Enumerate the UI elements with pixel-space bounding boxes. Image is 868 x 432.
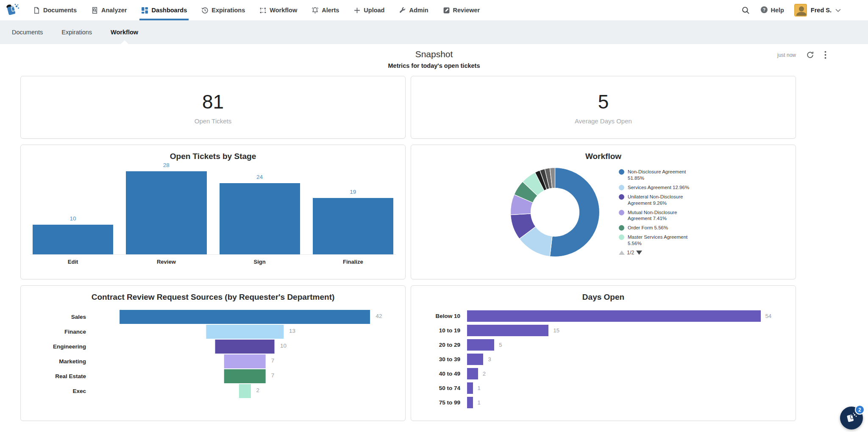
avg-days-open-label: Average Days Open [575, 117, 632, 125]
nav-item-admin[interactable]: Admin [399, 0, 428, 20]
days-open-row-plot: 1 [467, 382, 786, 394]
days-open-value-label: 54 [765, 313, 771, 319]
stage-bar[interactable] [220, 183, 300, 254]
funnel-value-label: 42 [376, 313, 382, 319]
category-label: Review [126, 259, 206, 265]
funnel-category-label: Finance [30, 329, 94, 335]
help-icon: ? [760, 6, 768, 15]
nav-label: Admin [409, 7, 428, 14]
last-refreshed: just now [777, 52, 796, 58]
days-open-row-plot: 5 [467, 339, 786, 351]
funnel-category-label: Sales [30, 314, 94, 320]
dashboard-header: Snapshot Metrics for today's open ticket… [0, 44, 868, 69]
days-open-value-label: 5 [499, 342, 502, 348]
funnel-row: Real Estate7 [30, 369, 396, 384]
legend-dot [619, 169, 624, 175]
funnel-bar[interactable] [120, 310, 370, 324]
days-open-bar[interactable] [467, 339, 494, 351]
nav-item-workflow[interactable]: Workflow [259, 0, 297, 20]
nav-right-cluster: ? Help Fred S. [741, 4, 841, 17]
legend-item[interactable]: Master Services Agreement 5.56% [619, 234, 699, 247]
days-open-category-label: 20 to 29 [420, 342, 467, 348]
days-open-category-label: 10 to 19 [420, 327, 467, 334]
avatar [794, 4, 807, 17]
category-label: Finalize [313, 259, 393, 265]
stage-bar[interactable] [33, 225, 113, 254]
nav-item-upload[interactable]: Upload [353, 0, 384, 20]
days-open-bar[interactable] [467, 325, 548, 336]
app-logo-icon[interactable] [4, 2, 21, 19]
legend-label: Order Form 5.56% [628, 225, 668, 231]
funnel-value-label: 13 [289, 328, 295, 334]
bar-column: 19 [313, 189, 393, 254]
bar-column: 24 [220, 174, 300, 254]
funnel-bar[interactable] [239, 384, 250, 398]
tab-workflow[interactable]: Workflow [111, 20, 138, 44]
funnel-bar[interactable] [224, 354, 266, 368]
legend-prev-icon[interactable] [619, 251, 625, 255]
legend-dot [619, 185, 624, 190]
days-open-bar[interactable] [467, 382, 473, 394]
avg-days-open-value: 5 [598, 90, 609, 113]
chat-logo-icon [845, 412, 858, 424]
funnel-bar[interactable] [224, 369, 266, 383]
funnel-bar[interactable] [206, 325, 284, 339]
legend-item[interactable]: Non-Disclosure Agreement 51.85% [619, 169, 699, 181]
dashboard-grid: 81 Open Tickets 5 Average Days Open Open… [20, 76, 796, 421]
legend-item[interactable]: Order Form 5.56% [619, 225, 699, 231]
stage-bar[interactable] [313, 198, 393, 254]
legend-item[interactable]: Mutual Non-Disclosure Agreement 7.41% [619, 209, 699, 222]
nav-label: Analyzer [101, 7, 127, 14]
help-button[interactable]: ? Help [760, 6, 784, 15]
nav-item-reviewer[interactable]: Reviewer [443, 0, 480, 20]
legend-label: Non-Disclosure Agreement 51.85% [628, 169, 699, 181]
days-open-category-label: Below 10 [420, 313, 467, 319]
nav-item-dashboards[interactable]: Dashboards [141, 0, 187, 20]
days-open-value-label: 2 [483, 371, 486, 377]
nav-item-analyzer[interactable]: Analyzer [91, 0, 127, 20]
dashboard-tabs: Documents Expirations Workflow [0, 20, 868, 44]
funnel-bar[interactable] [215, 340, 275, 354]
refresh-icon[interactable] [806, 51, 814, 59]
legend-next-icon[interactable] [636, 251, 642, 255]
nav-item-expirations[interactable]: Expirations [201, 0, 245, 20]
chart-title: Open Tickets by Stage [30, 152, 396, 161]
tab-expirations[interactable]: Expirations [61, 20, 92, 44]
days-open-row-plot: 3 [467, 354, 786, 365]
legend-item[interactable]: Unilateral Non-Disclosure Agreement 9.26… [619, 194, 699, 206]
kebab-menu-icon[interactable] [824, 51, 826, 59]
admin-wrench-icon [399, 7, 406, 14]
user-menu[interactable]: Fred S. [794, 4, 841, 17]
search-icon[interactable] [741, 6, 750, 15]
days-open-row: 75 to 991 [420, 395, 786, 410]
funnel-value-label: 10 [280, 343, 287, 349]
nav-label: Workflow [270, 7, 297, 14]
tab-label: Documents [12, 29, 43, 36]
nav-label: Upload [364, 7, 384, 14]
days-open-bar[interactable] [467, 368, 478, 379]
days-open-row-plot: 15 [467, 325, 786, 336]
nav-item-documents[interactable]: Documents [33, 0, 77, 20]
bar-value-label: 24 [256, 174, 263, 180]
chat-widget-button[interactable]: 2 [840, 407, 863, 429]
stage-bar[interactable] [126, 171, 206, 254]
days-open-plot: Below 105410 to 191520 to 29530 to 39340… [420, 309, 786, 410]
days-open-row: Below 1054 [420, 309, 786, 323]
funnel-category-label: Marketing [30, 358, 94, 365]
legend-label: Master Services Agreement 5.56% [628, 234, 699, 247]
reviewer-edit-icon [443, 7, 450, 14]
days-open-bar[interactable] [467, 354, 483, 365]
category-label: Sign [220, 259, 300, 265]
tab-documents[interactable]: Documents [12, 20, 43, 44]
alerts-icon [312, 7, 319, 14]
workflow-donut-chart [507, 164, 603, 260]
legend-item[interactable]: Services Agreement 12.96% [619, 184, 699, 191]
donut-area: Non-Disclosure Agreement 51.85%Services … [420, 164, 786, 260]
nav-label: Alerts [322, 7, 339, 14]
donut-slice-0[interactable] [550, 168, 599, 257]
days-open-bar[interactable] [467, 310, 761, 322]
bar-value-label: 19 [350, 189, 356, 195]
days-open-bar[interactable] [467, 397, 473, 408]
nav-item-alerts[interactable]: Alerts [312, 0, 339, 20]
bar-value-label: 28 [163, 162, 170, 168]
